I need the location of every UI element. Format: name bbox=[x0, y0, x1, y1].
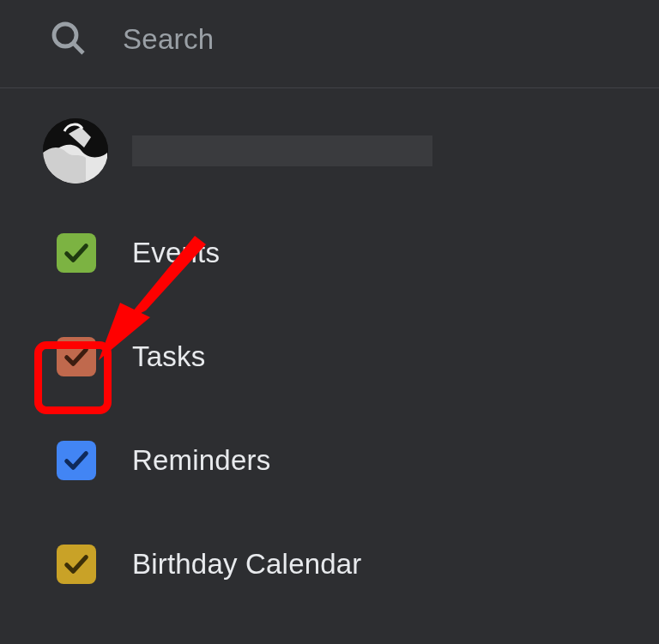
svg-point-0 bbox=[54, 24, 76, 46]
search-icon bbox=[47, 17, 88, 62]
checkbox-events[interactable] bbox=[57, 233, 96, 273]
calendar-row-events[interactable]: Events bbox=[43, 233, 659, 273]
checkbox-reminders[interactable] bbox=[57, 441, 96, 480]
search-row[interactable]: Search bbox=[0, 0, 659, 87]
account-email-redacted bbox=[132, 135, 432, 166]
calendar-label-tasks: Tasks bbox=[132, 340, 205, 373]
calendar-row-tasks[interactable]: Tasks bbox=[43, 337, 659, 376]
checkbox-birthday[interactable] bbox=[57, 545, 96, 584]
calendar-label-reminders: Reminders bbox=[132, 444, 270, 477]
calendar-row-reminders[interactable]: Reminders bbox=[43, 441, 659, 480]
account-row[interactable] bbox=[43, 118, 659, 184]
calendar-label-birthday: Birthday Calendar bbox=[132, 548, 362, 581]
calendar-label-events: Events bbox=[132, 237, 220, 269]
svg-line-1 bbox=[73, 43, 83, 53]
calendar-row-birthday[interactable]: Birthday Calendar bbox=[43, 545, 659, 584]
avatar bbox=[43, 118, 108, 184]
checkbox-tasks[interactable] bbox=[57, 337, 96, 376]
sidebar-content: Events Tasks Reminders Birthday Calendar bbox=[0, 88, 659, 584]
search-placeholder: Search bbox=[123, 23, 214, 56]
